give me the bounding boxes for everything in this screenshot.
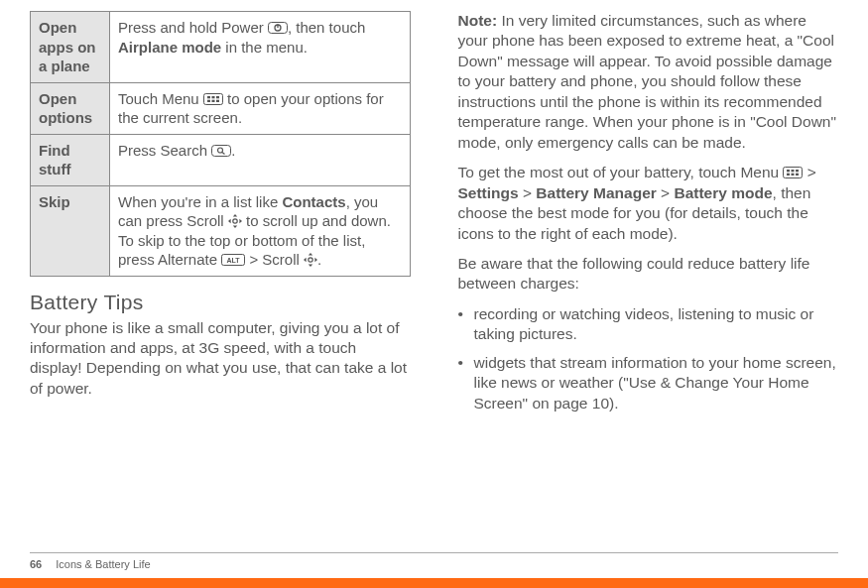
menu-icon xyxy=(203,93,223,105)
footer-accent-bar xyxy=(0,578,868,588)
body-paragraph: To get the most out of your battery, tou… xyxy=(458,163,839,244)
row-desc: When you're in a list like Contacts, you… xyxy=(110,185,411,276)
row-desc: Touch Menu to open your options for the … xyxy=(110,82,411,134)
body-paragraph: Be aware that the following could reduce… xyxy=(458,254,839,294)
table-row: Open apps on a plane Press and hold Powe… xyxy=(31,12,411,83)
table-row: Open options Touch Menu to open your opt… xyxy=(31,82,411,134)
row-desc: Press Search . xyxy=(110,134,411,185)
row-label: Skip xyxy=(31,185,110,276)
list-item: recording or watching videos, listening … xyxy=(458,304,839,345)
row-label: Open options xyxy=(31,82,110,134)
power-icon xyxy=(268,22,288,34)
section-heading: Battery Tips xyxy=(30,291,411,314)
scroll-icon xyxy=(228,214,242,228)
tips-table: Open apps on a plane Press and hold Powe… xyxy=(30,11,411,277)
page-number: 66 xyxy=(30,558,42,570)
row-desc: Press and hold Power , then touch Airpla… xyxy=(110,12,411,83)
table-row: Find stuff Press Search . xyxy=(31,134,411,185)
right-column: Note: In very limited circumstances, suc… xyxy=(458,11,839,421)
footer-text: 66Icons & Battery Life xyxy=(30,558,151,570)
left-column: Open apps on a plane Press and hold Powe… xyxy=(30,11,411,421)
list-item: widgets that stream information to your … xyxy=(458,353,839,413)
note-paragraph: Note: In very limited circumstances, suc… xyxy=(458,11,839,153)
search-icon xyxy=(211,145,231,157)
row-label: Find stuff xyxy=(31,134,110,185)
note-label: Note: xyxy=(458,12,498,29)
page-footer: 66Icons & Battery Life xyxy=(0,552,868,588)
bullet-list: recording or watching videos, listening … xyxy=(458,304,839,413)
scroll-icon xyxy=(304,253,317,267)
body-paragraph: Your phone is like a small computer, giv… xyxy=(30,318,411,400)
footer-divider xyxy=(30,552,838,553)
table-row: Skip When you're in a list like Contacts… xyxy=(31,185,411,276)
row-label: Open apps on a plane xyxy=(31,12,110,83)
footer-section: Icons & Battery Life xyxy=(56,558,150,570)
menu-icon xyxy=(783,167,803,178)
alt-icon xyxy=(221,254,245,266)
